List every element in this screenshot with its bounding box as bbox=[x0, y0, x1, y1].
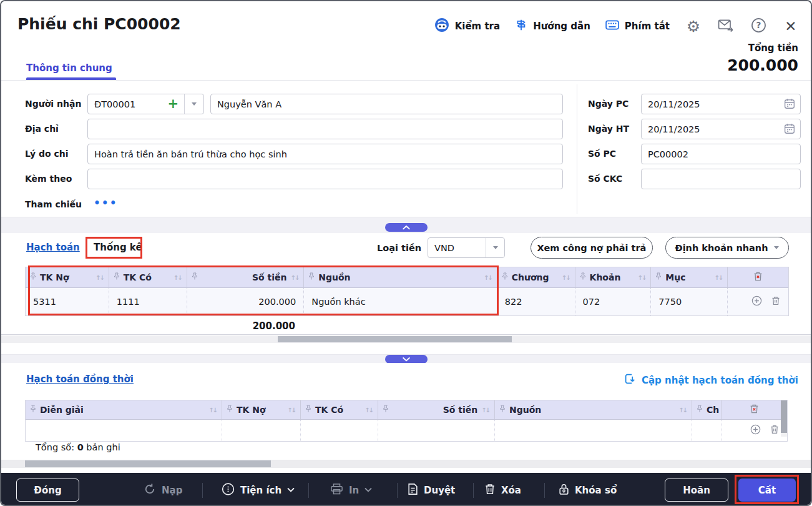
shortcut-button[interactable]: Phím tắt bbox=[605, 20, 670, 32]
col-delete-all[interactable] bbox=[722, 400, 787, 419]
sort-icon[interactable]: ↑↓ bbox=[208, 407, 217, 414]
cell-nguon[interactable]: Nguồn khác bbox=[304, 288, 497, 315]
delete-row-icon[interactable] bbox=[770, 424, 780, 437]
receiver-dropdown-caret-icon[interactable] bbox=[185, 102, 203, 106]
sort-icon[interactable]: ↑↓ bbox=[95, 274, 104, 281]
chevron-up-icon bbox=[402, 225, 411, 230]
pin-icon[interactable] bbox=[499, 405, 506, 415]
col-khoan[interactable]: Khoản ↑↓ bbox=[575, 267, 652, 287]
update-simultaneous-link[interactable]: Cập nhật hạch toán đồng thời bbox=[624, 373, 798, 387]
number-ckc-input[interactable] bbox=[641, 169, 801, 189]
pin-icon[interactable] bbox=[30, 272, 36, 282]
pin-icon[interactable] bbox=[383, 405, 389, 415]
quick-posting-button[interactable]: Định khoản nhanh bbox=[665, 237, 789, 259]
pin-icon[interactable] bbox=[655, 272, 662, 282]
col-tk-no[interactable]: TK Nợ ↑↓ bbox=[26, 267, 109, 287]
sort-icon[interactable]: ↑↓ bbox=[638, 274, 646, 281]
col-so-tien[interactable]: Số tiền ↑↓ bbox=[187, 267, 305, 287]
print-button[interactable]: In bbox=[330, 483, 372, 497]
pin-icon[interactable] bbox=[227, 405, 233, 415]
sort-icon[interactable]: ↑↓ bbox=[364, 407, 373, 414]
reload-button[interactable]: Nạp bbox=[144, 483, 182, 498]
date-pc-input[interactable] bbox=[641, 94, 801, 114]
reason-input[interactable] bbox=[87, 144, 563, 164]
pin-icon[interactable] bbox=[502, 272, 508, 282]
col-chuong-truncated[interactable]: Ch bbox=[692, 400, 722, 419]
sort-icon[interactable]: ↑↓ bbox=[291, 274, 299, 281]
sort-icon[interactable]: ↑↓ bbox=[481, 407, 489, 414]
pin-icon[interactable] bbox=[192, 272, 198, 282]
number-pc-input[interactable] bbox=[641, 144, 801, 164]
sort-icon[interactable]: ↑↓ bbox=[714, 274, 722, 281]
simultaneous-hscrollbar-thumb[interactable] bbox=[25, 460, 271, 467]
cell-tk-co[interactable]: 1111 bbox=[109, 288, 187, 315]
simultaneous-empty-row[interactable] bbox=[26, 420, 787, 441]
utilities-button[interactable]: Tiện ích bbox=[222, 482, 295, 498]
cell-so-tien[interactable]: 200.000 bbox=[187, 288, 305, 315]
col-tk-co[interactable]: TK Có ↑↓ bbox=[109, 267, 187, 287]
view-payable-button[interactable]: Xem công nợ phải trả bbox=[531, 237, 653, 259]
pin-icon[interactable] bbox=[697, 405, 703, 415]
pin-icon[interactable] bbox=[114, 272, 120, 282]
cell-tk-no[interactable]: 5311 bbox=[26, 288, 109, 315]
pin-icon[interactable] bbox=[580, 272, 586, 282]
col-so-tien[interactable]: Số tiền ↑↓ bbox=[378, 400, 495, 419]
col-muc[interactable]: Mục ↑↓ bbox=[651, 267, 728, 287]
collapse-down-button[interactable] bbox=[385, 355, 428, 364]
simultaneous-title-link[interactable]: Hạch toán đồng thời bbox=[26, 374, 134, 385]
currency-select[interactable]: VND bbox=[428, 237, 505, 258]
col-delete-all[interactable] bbox=[728, 267, 788, 287]
tab-general-info[interactable]: Thông tin chung bbox=[26, 62, 112, 74]
postpone-button[interactable]: Hoãn bbox=[665, 479, 728, 502]
collapse-up-button[interactable] bbox=[385, 223, 428, 232]
lock-button[interactable]: Khóa sổ bbox=[559, 483, 617, 497]
cell-khoan[interactable]: 072 bbox=[575, 288, 652, 315]
guide-button[interactable]: Hướng dẫn bbox=[515, 19, 590, 34]
reference-ellipsis-button[interactable]: ••• bbox=[94, 197, 118, 209]
receiver-name-input[interactable] bbox=[210, 94, 563, 114]
accounting-hscrollbar-thumb[interactable] bbox=[278, 336, 512, 342]
trash-x-icon[interactable] bbox=[753, 271, 763, 284]
sort-icon[interactable]: ↑↓ bbox=[678, 407, 687, 414]
tab-thong-ke[interactable]: Thống kê bbox=[94, 242, 142, 253]
calendar-icon[interactable] bbox=[784, 123, 795, 137]
cell-chuong[interactable]: 822 bbox=[497, 288, 575, 315]
receiver-code-combo[interactable]: ĐT00001 + bbox=[87, 94, 204, 114]
sort-icon[interactable]: ↑↓ bbox=[174, 274, 182, 281]
address-input[interactable] bbox=[87, 119, 563, 139]
feedback-button[interactable] bbox=[717, 17, 735, 35]
col-nguon[interactable]: Nguồn ↑↓ bbox=[304, 267, 497, 287]
attachment-input[interactable] bbox=[87, 169, 563, 189]
trash-x-icon[interactable] bbox=[749, 404, 760, 416]
date-ht-input[interactable] bbox=[641, 119, 801, 139]
col-tk-no[interactable]: TK Nợ ↑↓ bbox=[222, 400, 301, 419]
calendar-icon[interactable] bbox=[784, 98, 795, 112]
col-tk-co[interactable]: TK Có ↑↓ bbox=[301, 400, 378, 419]
col-nguon[interactable]: Nguồn ↑↓ bbox=[495, 400, 692, 419]
pin-icon[interactable] bbox=[30, 405, 36, 415]
sort-icon[interactable]: ↑↓ bbox=[484, 274, 492, 281]
accounting-table-row[interactable]: 5311 1111 200.000 Nguồn khác 822 072 775… bbox=[26, 288, 788, 315]
save-button[interactable]: Cất bbox=[738, 479, 796, 502]
close-button[interactable]: ✕ bbox=[782, 17, 800, 35]
add-row-icon[interactable] bbox=[750, 424, 761, 437]
cell-muc[interactable]: 7750 bbox=[651, 288, 728, 315]
help-button[interactable]: ? bbox=[750, 17, 767, 35]
col-chuong[interactable]: Chương ↑↓ bbox=[497, 267, 575, 287]
close-voucher-button[interactable]: Đóng bbox=[16, 479, 79, 502]
simultaneous-vscrollbar-thumb[interactable] bbox=[781, 400, 787, 433]
delete-button[interactable]: Xóa bbox=[484, 483, 521, 497]
approve-button[interactable]: Duyệt bbox=[408, 483, 455, 497]
sort-icon[interactable]: ↑↓ bbox=[562, 274, 570, 281]
utilities-label: Tiện ích bbox=[240, 485, 281, 496]
sort-icon[interactable]: ↑↓ bbox=[287, 407, 295, 414]
col-dien-giai[interactable]: Diễn giải ↑↓ bbox=[26, 400, 222, 419]
delete-row-icon[interactable] bbox=[771, 295, 781, 308]
check-button[interactable]: Kiểm tra bbox=[434, 17, 500, 35]
tab-hach-toan[interactable]: Hạch toán bbox=[26, 242, 80, 253]
add-receiver-icon[interactable]: + bbox=[162, 97, 184, 111]
pin-icon[interactable] bbox=[305, 405, 311, 415]
settings-button[interactable]: ⚙ bbox=[685, 17, 702, 35]
pin-icon[interactable] bbox=[308, 272, 315, 282]
add-row-icon[interactable] bbox=[751, 295, 762, 308]
